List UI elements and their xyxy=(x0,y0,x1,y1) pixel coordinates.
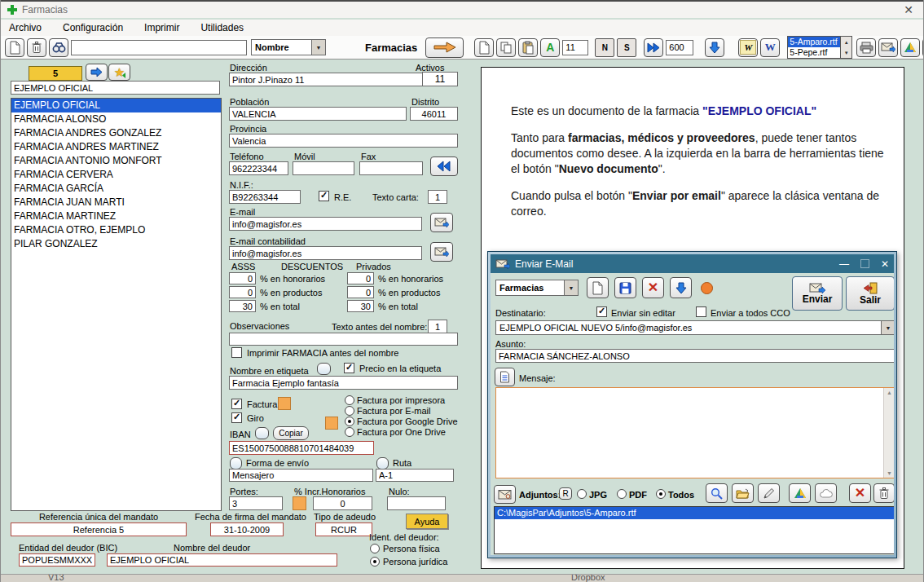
poblacion-input[interactable] xyxy=(229,107,407,121)
ruta-button[interactable] xyxy=(376,457,389,470)
dialog-save-button[interactable] xyxy=(614,277,636,298)
font-button[interactable]: A xyxy=(540,38,560,57)
ruta-input[interactable] xyxy=(376,469,454,482)
factura-gdrive-radio[interactable] xyxy=(345,417,354,426)
portes-input[interactable] xyxy=(229,496,283,510)
tipo-adeudo-input[interactable] xyxy=(315,522,372,536)
email-document-button[interactable] xyxy=(878,38,898,57)
dialog-download-button[interactable] xyxy=(670,277,692,298)
forma-envio-input[interactable] xyxy=(229,469,373,482)
priv-productos-input[interactable] xyxy=(347,286,374,298)
movil-input[interactable] xyxy=(293,161,354,175)
chevron-down-icon[interactable]: ▼ xyxy=(311,40,325,55)
file-item[interactable]: 5-Pepe.rtf xyxy=(788,47,840,58)
nif-input[interactable] xyxy=(229,190,301,204)
asunto-input[interactable] xyxy=(495,349,894,363)
adjuntar-button[interactable] xyxy=(494,485,516,504)
gdrive-attachment-button[interactable] xyxy=(789,483,811,503)
list-item[interactable]: FARMACIA JUAN MARTI xyxy=(11,196,221,209)
list-item[interactable]: FARMACIA ANTONIO MONFORT xyxy=(11,154,221,168)
list-item[interactable]: FARMACIA GARCÍA xyxy=(11,182,221,196)
search-button[interactable] xyxy=(49,38,68,57)
telefono-input[interactable] xyxy=(229,161,288,175)
factura-checkbox[interactable] xyxy=(231,399,242,409)
asss-productos-input[interactable] xyxy=(229,286,256,298)
copy-doc-button[interactable] xyxy=(496,38,516,57)
window-close-button[interactable]: ✕ xyxy=(900,4,917,15)
priv-honorarios-input[interactable] xyxy=(347,272,374,284)
underline-button[interactable]: S xyxy=(617,38,636,57)
onedrive-attachment-button[interactable] xyxy=(815,483,837,503)
mensaje-textarea[interactable]: ▲▼ xyxy=(495,387,894,478)
email-input[interactable] xyxy=(229,217,422,231)
list-item[interactable]: FARMACIA ALONSO xyxy=(11,112,221,126)
file-item-selected[interactable]: 5-Amparo.rtf xyxy=(788,37,840,47)
enviar-cco-checkbox[interactable] xyxy=(696,306,706,317)
asss-total-input[interactable] xyxy=(229,300,256,312)
nombre-deudor-input[interactable] xyxy=(107,553,337,567)
download-button[interactable] xyxy=(705,38,724,57)
asss-honorarios-input[interactable] xyxy=(229,272,256,284)
persona-fisica-radio[interactable] xyxy=(370,544,380,553)
list-item[interactable]: FARMACIA OTRO, EJEMPLO xyxy=(11,223,221,237)
attachments-list[interactable]: C:\MagisPar\Adjuntos\5-Amparo.rtf xyxy=(494,506,894,554)
list-item[interactable]: FARMACIA ANDRES GONZALEZ xyxy=(11,126,221,140)
provincia-input[interactable] xyxy=(229,134,458,148)
plantilla-button[interactable] xyxy=(495,368,515,386)
etiqueta-input[interactable] xyxy=(229,376,458,390)
direccion-input[interactable] xyxy=(229,73,438,86)
fast-forward-button[interactable] xyxy=(644,38,663,57)
name-filter-input[interactable] xyxy=(11,81,220,95)
salir-button[interactable]: Salir xyxy=(846,276,894,311)
zoom-input[interactable] xyxy=(666,40,693,55)
remove-attachment-button[interactable]: ✕ xyxy=(849,483,871,503)
new-doc-button[interactable] xyxy=(474,38,494,57)
forma-envio-button[interactable] xyxy=(230,457,242,470)
edit-attachment-button[interactable] xyxy=(758,483,780,503)
giro-checkbox[interactable] xyxy=(231,412,242,423)
list-item[interactable]: PILAR GONZALEZ xyxy=(11,237,221,251)
bold-button[interactable]: N xyxy=(595,38,614,57)
referencia-mandato-input[interactable] xyxy=(11,522,187,536)
filter-pdf-radio[interactable] xyxy=(617,489,627,499)
previous-record-button[interactable] xyxy=(430,157,458,176)
nulo-input[interactable] xyxy=(387,496,446,510)
document-file-list[interactable]: 5-Amparo.rtf 5-Pepe.rtf ▲▼ xyxy=(787,36,852,59)
factura-onedrive-radio[interactable] xyxy=(345,427,354,437)
entidad-deudor-input[interactable] xyxy=(19,553,95,567)
chevron-down-icon[interactable]: ▼ xyxy=(564,280,578,295)
dialog-delete-button[interactable]: ✕ xyxy=(642,277,664,298)
send-email-button[interactable] xyxy=(430,213,453,232)
nombre-etiqueta-button[interactable] xyxy=(317,363,331,375)
trash-attachment-button[interactable] xyxy=(873,483,894,503)
fax-input[interactable] xyxy=(359,161,423,175)
ayuda-button[interactable]: Ayuda xyxy=(406,514,448,529)
precio-etiqueta-checkbox[interactable] xyxy=(344,363,354,373)
search-field-select[interactable]: Nombre ▼ xyxy=(251,39,326,55)
iban-input[interactable] xyxy=(229,441,374,455)
list-item[interactable]: FARMACIA MARTINEZ xyxy=(11,209,221,223)
mensaje-scrollbar[interactable]: ▲▼ xyxy=(883,388,894,478)
list-item[interactable]: FARMACIA ANDRES MARTINEZ xyxy=(11,140,221,154)
paste-button[interactable] xyxy=(518,38,538,57)
delete-record-button[interactable] xyxy=(27,38,46,57)
email-contabilidad-input[interactable] xyxy=(229,246,422,260)
dialog-minimize-button[interactable]: — xyxy=(839,258,849,270)
next-record-button[interactable] xyxy=(86,64,108,81)
copiar-button[interactable]: Copiar xyxy=(273,426,309,440)
persona-juridica-radio[interactable] xyxy=(370,557,380,567)
word-open-button[interactable]: W xyxy=(760,38,780,57)
font-size-input[interactable] xyxy=(562,40,588,55)
dialog-close-button[interactable]: ✕ xyxy=(881,258,889,270)
adjuntos-r-button[interactable]: R xyxy=(559,487,572,500)
google-drive-button[interactable] xyxy=(900,38,920,57)
pharmacy-list[interactable]: EJEMPLO OFICIAL FARMACIA ALONSO FARMACIA… xyxy=(11,98,222,511)
factura-color-button[interactable] xyxy=(278,397,291,410)
open-attachment-button[interactable] xyxy=(732,483,754,503)
incr-honorarios-input[interactable] xyxy=(313,496,372,510)
chevron-down-icon[interactable]: ▼ xyxy=(881,321,894,334)
dialog-entity-select[interactable]: Farmacias ▼ xyxy=(495,280,579,296)
enviar-sin-editar-checkbox[interactable] xyxy=(596,306,607,317)
re-checkbox[interactable] xyxy=(319,191,329,201)
dialog-title-bar[interactable]: Enviar E-Mail — ✕ xyxy=(491,254,894,273)
